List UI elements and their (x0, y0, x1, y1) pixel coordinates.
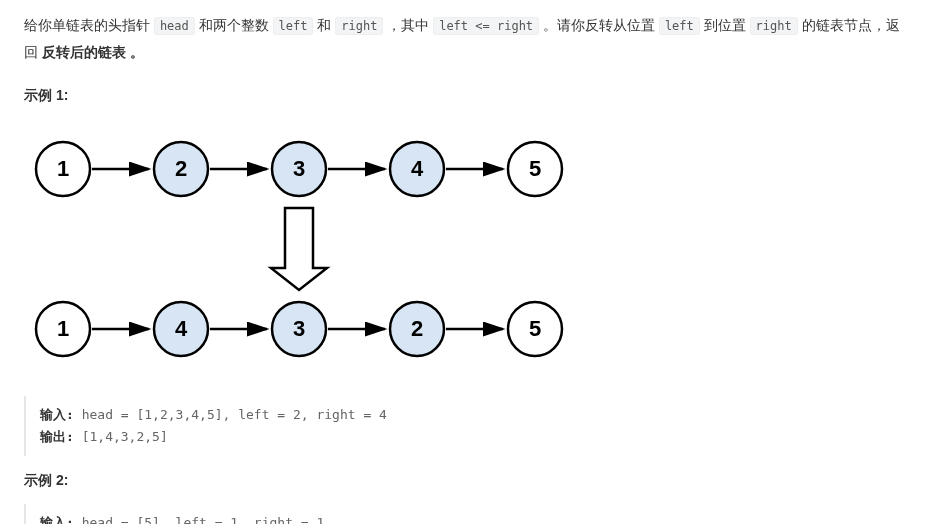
linked-list-diagram: 1234514325 (28, 119, 912, 382)
example1-title: 示例 1: (24, 87, 912, 105)
svg-marker-28 (271, 208, 327, 290)
input-value: head = [1,2,3,4,5], left = 2, right = 4 (74, 407, 387, 422)
desc-text: 给你单链表的头指针 (24, 17, 154, 33)
svg-text:5: 5 (529, 156, 541, 181)
svg-text:2: 2 (411, 316, 423, 341)
code-cond: left <= right (433, 17, 539, 35)
svg-text:4: 4 (411, 156, 424, 181)
example2-block: 输入: head = [5], left = 1, right = 1 输出: … (24, 504, 912, 524)
desc-text: 到位置 (704, 17, 750, 33)
code-right2: right (750, 17, 798, 35)
code-right: right (335, 17, 383, 35)
svg-text:5: 5 (529, 316, 541, 341)
output-label: 输出: (40, 429, 74, 444)
desc-text: ，其中 (387, 17, 433, 33)
output-value: [1,4,3,2,5] (74, 429, 168, 444)
example2-title: 示例 2: (24, 472, 912, 490)
desc-text: 和两个整数 (199, 17, 273, 33)
desc-bold: 反转后的链表 。 (42, 44, 144, 60)
svg-text:1: 1 (57, 156, 69, 181)
code-left2: left (659, 17, 700, 35)
desc-text: 和 (317, 17, 335, 33)
example2-input: 输入: head = [5], left = 1, right = 1 (40, 512, 898, 524)
desc-text: 。请你反转从位置 (543, 17, 659, 33)
code-head: head (154, 17, 195, 35)
code-left: left (273, 17, 314, 35)
problem-description: 给你单链表的头指针 head 和两个整数 left 和 right ，其中 le… (24, 12, 912, 65)
svg-text:4: 4 (175, 316, 188, 341)
svg-text:3: 3 (293, 316, 305, 341)
svg-text:3: 3 (293, 156, 305, 181)
input-value: head = [5], left = 1, right = 1 (74, 515, 324, 524)
example1-input: 输入: head = [1,2,3,4,5], left = 2, right … (40, 404, 898, 426)
svg-text:2: 2 (175, 156, 187, 181)
example1-block: 输入: head = [1,2,3,4,5], left = 2, right … (24, 396, 912, 456)
input-label: 输入: (40, 515, 74, 524)
input-label: 输入: (40, 407, 74, 422)
svg-text:1: 1 (57, 316, 69, 341)
example1-output: 输出: [1,4,3,2,5] (40, 426, 898, 448)
